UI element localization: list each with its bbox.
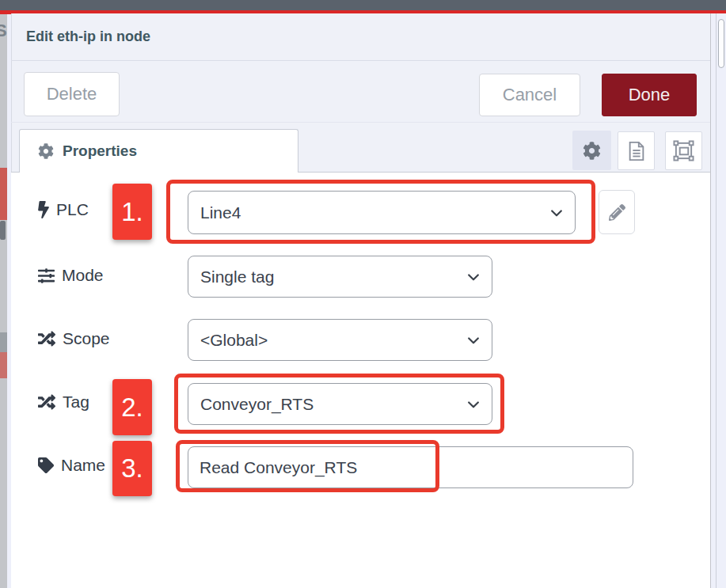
name-field-label: Name [38, 456, 105, 475]
buttonbar-divider [11, 122, 710, 123]
scope-select[interactable]: <Global> [188, 319, 492, 361]
screen: S Edit eth-ip in node Delete Cancel Done… [0, 0, 726, 588]
name-input[interactable] [188, 446, 633, 488]
done-button-label: Done [629, 85, 671, 105]
plc-label: PLC [38, 200, 89, 219]
right-gutter-strip [710, 13, 726, 588]
shuffle-icon [38, 393, 55, 411]
step-2-badge: 2. [112, 379, 152, 435]
step-1-badge: 1. [112, 184, 152, 240]
edit-plc-config-button[interactable] [599, 190, 635, 234]
gear-icon [583, 142, 601, 160]
window-top-bar [0, 0, 726, 10]
plc-label-text: PLC [56, 200, 89, 219]
description-view-button[interactable] [618, 131, 655, 170]
step-3-badge: 3. [112, 441, 152, 496]
chevron-down-icon [466, 396, 481, 412]
mode-label-text: Mode [62, 266, 104, 285]
mode-label: Mode [38, 266, 104, 285]
dialog-title: Edit eth-ip in node [26, 28, 150, 45]
tag-select[interactable]: Conveyor_RTS [188, 383, 492, 425]
tab-properties-label: Properties [63, 142, 137, 160]
background-node-fragment [0, 221, 6, 240]
chevron-down-icon [466, 269, 481, 285]
scope-label: Scope [38, 329, 110, 348]
sliders-icon [38, 267, 55, 284]
properties-view-button[interactable] [572, 131, 611, 170]
plc-select[interactable]: Line4 [188, 191, 576, 234]
plc-select-value: Line4 [200, 203, 241, 222]
file-icon [627, 141, 646, 161]
name-label-text: Name [61, 456, 105, 475]
right-gutter-line [716, 13, 716, 588]
vertical-scrollbar-thumb[interactable] [718, 19, 724, 68]
scope-label-text: Scope [63, 329, 110, 348]
chevron-down-icon [466, 332, 481, 348]
shuffle-icon [38, 330, 55, 347]
cancel-button[interactable]: Cancel [479, 74, 580, 116]
tab-properties[interactable]: Properties [19, 129, 298, 173]
group-selection-view-button[interactable] [665, 131, 702, 170]
scope-select-value: <Global> [200, 331, 268, 350]
background-node-fragment [0, 352, 7, 378]
step-3-badge-text: 3. [121, 453, 143, 484]
tag-label-text: Tag [63, 393, 89, 412]
background-workspace-strip: S [0, 14, 7, 588]
bolt-icon [38, 201, 49, 218]
background-node-fragment [0, 168, 7, 220]
background-node-fragment [0, 332, 7, 352]
cancel-button-label: Cancel [503, 85, 557, 105]
tag-field-label: Tag [38, 393, 89, 412]
chevron-down-icon [549, 205, 564, 221]
tag-select-value: Conveyor_RTS [200, 395, 314, 414]
step-1-badge-text: 1. [121, 197, 143, 227]
mode-select[interactable]: Single tag [188, 256, 492, 298]
gear-icon [38, 143, 54, 159]
group-selection-icon [673, 140, 694, 161]
delete-button[interactable]: Delete [24, 72, 120, 116]
header-divider [11, 60, 710, 61]
delete-button-label: Delete [47, 84, 97, 104]
pencil-icon [609, 204, 625, 221]
background-partial-text: S [0, 21, 7, 41]
tag-icon [38, 457, 54, 473]
mode-select-value: Single tag [200, 267, 274, 286]
step-2-badge-text: 2. [121, 393, 143, 423]
done-button[interactable]: Done [602, 74, 697, 116]
